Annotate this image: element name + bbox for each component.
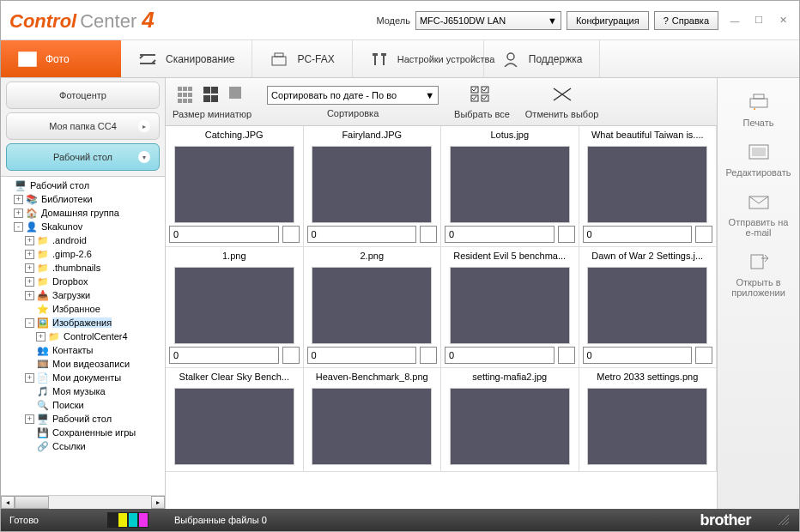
tree-item[interactable]: +🖥️Рабочий стол [3, 412, 165, 426]
sidebar-myfolder[interactable]: Моя папка CC4▸ [6, 112, 160, 140]
select-checkbox[interactable] [282, 226, 300, 243]
expand-icon[interactable]: + [25, 373, 34, 383]
thumb-medium-button[interactable] [203, 87, 221, 104]
thumbnail-image[interactable] [587, 146, 707, 223]
tree-item[interactable]: -👤Skakunov [3, 220, 165, 233]
copies-input[interactable]: 0 [445, 226, 555, 243]
tree-item[interactable]: +📁.android [3, 233, 165, 247]
model-select[interactable]: MFC-J6510DW LAN ▼ [415, 11, 561, 30]
tree-item[interactable]: 🔗Ссылки [3, 439, 165, 453]
copies-input[interactable]: 0 [307, 226, 417, 243]
tab-support[interactable]: Поддержка [484, 40, 601, 77]
copies-input[interactable]: 0 [445, 347, 555, 364]
tree-item[interactable]: +🏠Домашняя группа [3, 206, 165, 220]
thumbnail-card[interactable]: Stalker Clear Sky Bench... [166, 368, 304, 472]
resize-grip-icon[interactable] [777, 513, 791, 527]
thumbnail-card[interactable]: 1.png0 [166, 247, 304, 368]
thumbnail-card[interactable]: Catching.JPG0 [166, 126, 304, 247]
select-checkbox[interactable] [420, 347, 437, 364]
scroll-right-icon[interactable]: ▸ [151, 496, 165, 509]
tab-pcfax[interactable]: PC-FAX [252, 40, 352, 77]
select-checkbox[interactable] [420, 226, 437, 243]
thumbnail-card[interactable]: Metro 2033 settings.png [579, 368, 718, 472]
thumbnail-image[interactable] [450, 146, 570, 223]
tree-item[interactable]: +📁.thumbnails [3, 261, 165, 275]
sidebar-desktop[interactable]: Рабочий стол▾ [6, 143, 160, 171]
copies-input[interactable]: 0 [169, 226, 279, 243]
tree-item[interactable]: 💾Сохраненные игры [3, 426, 165, 439]
copies-input[interactable]: 0 [307, 347, 417, 364]
copies-input[interactable]: 0 [583, 226, 693, 243]
tab-photo[interactable]: Фото [1, 40, 121, 77]
maximize-button[interactable]: ☐ [751, 13, 767, 28]
email-action[interactable]: Отправить на e-mail [723, 184, 795, 243]
tree-item[interactable]: +📁Dropbox [3, 275, 165, 288]
minimize-button[interactable]: — [727, 13, 742, 28]
thumbnail-image[interactable] [174, 388, 294, 465]
expand-icon[interactable]: + [14, 209, 23, 218]
config-button[interactable]: Конфигурация [567, 11, 649, 30]
sidebar-photocenter[interactable]: Фотоцентр [6, 82, 160, 109]
expand-icon[interactable]: + [25, 250, 34, 259]
expand-icon[interactable]: + [14, 195, 23, 204]
thumbnail-image[interactable] [312, 267, 432, 344]
tree-item[interactable]: ⭐Избранное [3, 302, 165, 316]
tree-item[interactable]: -🖼️Изображения [3, 316, 165, 329]
tree-item[interactable]: +📥Загрузки [3, 288, 165, 302]
print-action[interactable]: Печать [723, 85, 795, 133]
tree-item[interactable]: +📁.gimp-2.6 [3, 247, 165, 261]
select-checkbox[interactable] [695, 347, 712, 364]
tree-item[interactable]: 👥Контакты [3, 343, 165, 357]
thumb-large-button[interactable] [229, 87, 246, 104]
thumbnail-card[interactable]: Dawn of War 2 Settings.j...0 [579, 247, 718, 368]
close-button[interactable]: ✕ [775, 13, 791, 28]
tree-item[interactable]: +📚Библиотеки [3, 192, 165, 206]
expand-icon[interactable]: + [25, 236, 34, 245]
scroll-left-icon[interactable]: ◂ [1, 496, 15, 509]
thumbnail-image[interactable] [587, 267, 707, 344]
edit-action[interactable]: Редактировать [723, 135, 795, 183]
tree-item[interactable]: 🔍Поиски [3, 398, 165, 412]
select-checkbox[interactable] [558, 347, 575, 364]
thumbnail-image[interactable] [174, 267, 294, 344]
thumbnail-card[interactable]: setting-mafia2.jpg [441, 368, 579, 472]
select-checkbox[interactable] [558, 226, 575, 243]
expand-icon[interactable]: + [36, 332, 45, 342]
tab-device-settings[interactable]: Настройки устройства [353, 40, 484, 77]
expand-icon[interactable]: - [25, 318, 34, 328]
copies-input[interactable]: 0 [169, 347, 279, 364]
thumbnail-card[interactable]: Fairyland.JPG0 [304, 126, 442, 247]
thumb-small-button[interactable] [178, 87, 195, 104]
help-button[interactable]: ? Справка [654, 11, 718, 30]
expand-icon[interactable]: + [25, 277, 34, 287]
expand-icon[interactable]: + [25, 414, 34, 424]
tree-hscroll[interactable]: ◂ ▸ [1, 495, 165, 509]
thumbnail-image[interactable] [450, 267, 570, 344]
folder-tree[interactable]: 🖥️Рабочий стол+📚Библиотеки+🏠Домашняя гру… [1, 176, 165, 495]
thumbnail-image[interactable] [450, 388, 570, 465]
thumbnail-card[interactable]: 2.png0 [304, 247, 442, 368]
sort-select[interactable]: Сортировать по дате - По во▼ [267, 86, 439, 105]
tab-scan[interactable]: Сканирование [121, 40, 252, 77]
thumbnail-card[interactable]: Lotus.jpg0 [441, 126, 579, 247]
tree-item[interactable]: 🎞️Мои видеозаписи [3, 357, 165, 371]
tree-item[interactable]: +📄Мои документы [3, 371, 165, 384]
open-action[interactable]: Открыть в приложении [723, 245, 795, 303]
thumbnail-image[interactable] [312, 146, 432, 223]
thumbnail-image[interactable] [587, 388, 707, 465]
expand-icon[interactable]: - [14, 222, 23, 232]
deselect-button[interactable] [550, 85, 574, 106]
scroll-thumb[interactable] [15, 496, 49, 509]
thumbnail-card[interactable]: Heaven-Benchmark_8.png [304, 368, 442, 472]
thumbnail-grid[interactable]: Catching.JPG0Fairyland.JPG0Lotus.jpg0Wha… [166, 126, 717, 509]
thumbnail-image[interactable] [312, 388, 432, 465]
tree-item[interactable]: 🎵Моя музыка [3, 384, 165, 398]
select-checkbox[interactable] [282, 347, 300, 364]
copies-input[interactable]: 0 [583, 347, 693, 364]
select-all-button[interactable] [470, 85, 494, 106]
thumbnail-card[interactable]: What beautiful Taiwan is....0 [579, 126, 718, 247]
tree-item[interactable]: 🖥️Рабочий стол [3, 178, 165, 192]
expand-icon[interactable]: + [25, 263, 34, 273]
thumbnail-card[interactable]: Resident Evil 5 benchma...0 [441, 247, 579, 368]
select-checkbox[interactable] [695, 226, 712, 243]
